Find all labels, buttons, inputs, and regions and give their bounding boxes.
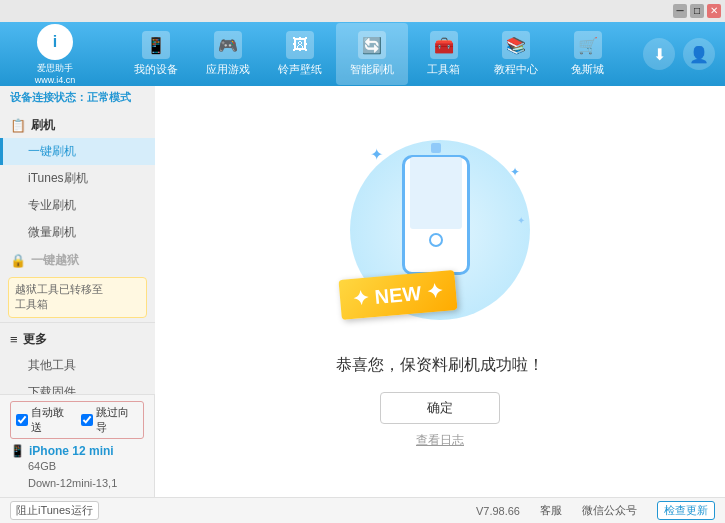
flash-section-icon: 📋 <box>10 118 26 133</box>
device-phone-icon: 📱 <box>10 444 25 458</box>
bottom-bar: 阻止iTunes运行 V7.98.66 客服 微信公众号 检查更新 <box>0 497 725 523</box>
download-btn[interactable]: ⬇ <box>643 38 675 70</box>
maximize-btn[interactable]: □ <box>690 4 704 18</box>
user-btn[interactable]: 👤 <box>683 38 715 70</box>
skip-wizard-label: 跳过向导 <box>96 405 138 435</box>
sidebar-item-other-tools[interactable]: 其他工具 <box>0 352 155 379</box>
smart-flash-icon: 🔄 <box>358 31 386 59</box>
phone-body <box>402 155 470 275</box>
toolbox-icon: 🧰 <box>430 31 458 59</box>
logo: i 爱思助手 www.i4.cn <box>10 24 100 85</box>
lock-icon: 🔒 <box>10 253 26 268</box>
device-area: 自动敢送 跳过向导 📱 iPhone 12 mini 64GB Down-12m… <box>0 394 155 497</box>
star-icon-1: ✦ <box>370 145 383 164</box>
nav-tutorial[interactable]: 📚 教程中心 <box>480 23 552 85</box>
auto-dismiss-label: 自动敢送 <box>31 405 73 435</box>
my-device-icon: 📱 <box>142 31 170 59</box>
phone-container <box>402 155 474 285</box>
checkbox-area: 自动敢送 跳过向导 <box>10 401 144 439</box>
nav-toolbox-label: 工具箱 <box>427 62 460 77</box>
jailbreak-info-box: 越狱工具已转移至工具箱 <box>8 277 147 318</box>
connection-status: 设备连接状态：正常模式 <box>0 86 155 113</box>
logo-icon: i <box>37 24 73 60</box>
device-version: Down-12mini-13,1 <box>10 475 144 492</box>
more-section-icon: ≡ <box>10 332 18 347</box>
diary-link[interactable]: 查看日志 <box>416 432 464 449</box>
bottom-bar-right: V7.98.66 客服 微信公众号 检查更新 <box>165 501 715 520</box>
auto-dismiss-checkbox-item[interactable]: 自动敢送 <box>16 405 73 435</box>
wechat-official-link[interactable]: 微信公众号 <box>582 503 637 518</box>
device-info: 📱 iPhone 12 mini 64GB Down-12mini-13,1 <box>10 444 144 491</box>
main-content: ✦ ✦ ✦ ✦ NEW ✦ 恭喜您，保资料刷机成功啦！ 确定 查看日志 <box>155 86 725 497</box>
nav-tusi-mall-label: 兔斯城 <box>571 62 604 77</box>
section-more-header: ≡ 更多 <box>0 327 155 352</box>
check-update-btn[interactable]: 检查更新 <box>657 501 715 520</box>
connection-value: 正常模式 <box>87 91 131 103</box>
nav-apps-games[interactable]: 🎮 应用游戏 <box>192 23 264 85</box>
device-name-text: iPhone 12 mini <box>29 444 114 458</box>
section-jailbreak: 🔒 一键越狱 越狱工具已转移至工具箱 <box>0 248 155 318</box>
sidebar-item-one-click-flash[interactable]: 一键刷机 <box>0 138 155 165</box>
close-btn[interactable]: ✕ <box>707 4 721 18</box>
star-icon-2: ✦ <box>510 165 520 179</box>
section-flash-header: 📋 刷机 <box>0 113 155 138</box>
sidebar-item-download-firmware[interactable]: 下载固件 <box>0 379 155 394</box>
section-more: ≡ 更多 其他工具 下载固件 高级功能 <box>0 327 155 394</box>
section-flash: 📋 刷机 一键刷机 iTunes刷机 专业刷机 微量刷机 <box>0 113 155 246</box>
nav-toolbox[interactable]: 🧰 工具箱 <box>408 23 480 85</box>
section-flash-label: 刷机 <box>31 117 55 134</box>
auto-dismiss-checkbox[interactable] <box>16 414 28 426</box>
success-message: 恭喜您，保资料刷机成功啦！ <box>336 355 544 376</box>
nav-tutorial-label: 教程中心 <box>494 62 538 77</box>
confirm-button[interactable]: 确定 <box>380 392 500 424</box>
section-jailbreak-label: 一键越狱 <box>31 252 79 269</box>
bottom-bar-left: 阻止iTunes运行 <box>10 501 165 520</box>
sidebar-wrapper: 设备连接状态：正常模式 📋 刷机 一键刷机 iTunes刷机 专业刷机 微量刷机… <box>0 86 155 497</box>
nav-ringtones-label: 铃声壁纸 <box>278 62 322 77</box>
connection-label: 设备连接状态： <box>10 91 87 103</box>
nav-items: 📱 我的设备 🎮 应用游戏 🖼 铃声壁纸 🔄 智能刷机 🧰 工具箱 📚 教程中心… <box>100 23 643 85</box>
minimize-btn[interactable]: ─ <box>673 4 687 18</box>
sidebar: 设备连接状态：正常模式 📋 刷机 一键刷机 iTunes刷机 专业刷机 微量刷机… <box>0 86 155 394</box>
phone-camera <box>431 143 441 153</box>
device-storage: 64GB <box>10 458 144 475</box>
nav-tusi-mall[interactable]: 🛒 兔斯城 <box>552 23 624 85</box>
tusi-mall-icon: 🛒 <box>574 31 602 59</box>
phone-screen <box>410 157 462 229</box>
nav-right: ⬇ 👤 <box>643 38 715 70</box>
title-bar: ─ □ ✕ <box>0 0 725 22</box>
logo-url: www.i4.cn <box>35 75 76 85</box>
nav-smart-flash[interactable]: 🔄 智能刷机 <box>336 23 408 85</box>
stop-itunes-btn[interactable]: 阻止iTunes运行 <box>10 501 99 520</box>
logo-subtitle: 爱思助手 <box>37 62 73 75</box>
tutorial-icon: 📚 <box>502 31 530 59</box>
device-name: 📱 iPhone 12 mini <box>10 444 144 458</box>
section-jailbreak-header: 🔒 一键越狱 <box>0 248 155 273</box>
apps-games-icon: 🎮 <box>214 31 242 59</box>
ringtones-icon: 🖼 <box>286 31 314 59</box>
star-icon-3: ✦ <box>517 215 525 226</box>
nav-ringtones[interactable]: 🖼 铃声壁纸 <box>264 23 336 85</box>
success-illustration: ✦ ✦ ✦ ✦ NEW ✦ <box>340 135 540 335</box>
nav-smart-flash-label: 智能刷机 <box>350 62 394 77</box>
top-nav: i 爱思助手 www.i4.cn 📱 我的设备 🎮 应用游戏 🖼 铃声壁纸 🔄 … <box>0 22 725 86</box>
sidebar-item-pro-flash[interactable]: 专业刷机 <box>0 192 155 219</box>
skip-wizard-checkbox-item[interactable]: 跳过向导 <box>81 405 138 435</box>
divider-1 <box>0 322 155 323</box>
nav-my-device-label: 我的设备 <box>134 62 178 77</box>
version-label: V7.98.66 <box>476 505 520 517</box>
sidebar-item-itunes-flash[interactable]: iTunes刷机 <box>0 165 155 192</box>
sidebar-item-micro-flash[interactable]: 微量刷机 <box>0 219 155 246</box>
nav-apps-games-label: 应用游戏 <box>206 62 250 77</box>
section-more-label: 更多 <box>23 331 47 348</box>
phone-home-btn <box>429 233 443 247</box>
nav-my-device[interactable]: 📱 我的设备 <box>120 23 192 85</box>
skip-wizard-checkbox[interactable] <box>81 414 93 426</box>
customer-service-link[interactable]: 客服 <box>540 503 562 518</box>
